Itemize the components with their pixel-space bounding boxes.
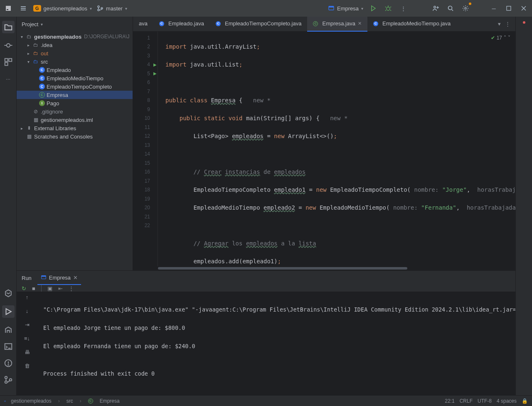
down-icon[interactable]: ↓	[26, 308, 29, 314]
readonly-icon[interactable]: 🔒	[522, 398, 528, 404]
problems-tool-icon[interactable]	[4, 359, 13, 368]
build-tool-icon[interactable]	[4, 325, 13, 334]
terminal-tool-icon[interactable]	[4, 342, 13, 351]
chevron-down-icon: ▾	[41, 22, 43, 27]
search-icon[interactable]	[446, 3, 456, 13]
close-icon[interactable]: ✕	[358, 21, 362, 26]
project-header[interactable]: Project ▾	[17, 17, 133, 32]
kebab-icon[interactable]: ⋮	[398, 3, 408, 13]
print-icon[interactable]: 🖶	[25, 349, 30, 355]
console-output[interactable]: "C:\Program Files\Java\jdk-17\bin\java.e…	[37, 292, 515, 401]
ij-logo-icon[interactable]	[3, 3, 13, 13]
kebab-icon[interactable]: ⋮	[69, 285, 74, 292]
services-tool-icon[interactable]	[4, 289, 13, 298]
tab-active[interactable]: CEmpresa.java✕	[307, 17, 367, 32]
project-tool-icon[interactable]	[2, 21, 15, 33]
gutter-run-icon[interactable]: ▶	[153, 71, 157, 76]
svg-rect-0	[6, 6, 11, 11]
trash-icon[interactable]: 🗑	[25, 363, 30, 369]
indent[interactable]: 4 spaces	[497, 398, 517, 404]
code-content[interactable]: import java.util.ArrayList; import java.…	[158, 32, 515, 266]
svg-line-20	[452, 10, 453, 11]
editor-tabs: ava CEmpleado.java CEmpleadoTiempoComple…	[133, 17, 515, 32]
tree-item[interactable]: ▾🗀src	[17, 57, 133, 66]
close-icon[interactable]	[519, 3, 529, 13]
run-tool-window: Run Empresa ✕ ↻ ■ ▣ ⇤ ⋮ ↑ ↓ ⇥	[17, 270, 515, 395]
screenshot-icon[interactable]: ▣	[47, 285, 52, 292]
tab[interactable]: CEmpleadoMedioTiempo.java	[367, 17, 456, 32]
class-icon: C	[39, 84, 45, 89]
svg-rect-30	[5, 62, 7, 65]
class-icon: C	[39, 67, 45, 73]
tab[interactable]: CEmpleado.java	[153, 17, 210, 32]
run-icon[interactable]	[368, 3, 378, 13]
code-with-me-icon[interactable]	[431, 3, 441, 13]
kebab-icon[interactable]: ⋮	[505, 21, 510, 27]
tree-root[interactable]: ▾🗀gestionempleadosD:\JORGE\ALURA\J	[17, 32, 133, 41]
editor-body[interactable]: ✔ 17 ˄ ˅ 123 4▶ 5▶ 678910111213141516171…	[133, 32, 515, 266]
breadcrumb[interactable]: ▫ gestionempleados › src › C Empresa	[4, 398, 120, 404]
debug-icon[interactable]	[383, 3, 393, 13]
project-name: gestionempleados	[44, 5, 88, 12]
run-tab[interactable]: Empresa ✕	[37, 271, 81, 285]
tab[interactable]: ava	[133, 17, 153, 32]
maximize-icon[interactable]	[504, 3, 514, 13]
tab[interactable]: CEmpleadoTiempoCompleto.java	[210, 17, 308, 32]
chevron-down-icon: ▾	[90, 6, 92, 11]
chevron-up-icon[interactable]: ˄	[504, 35, 506, 41]
class-icon: C	[39, 75, 45, 81]
svg-line-15	[390, 10, 391, 11]
exit-icon[interactable]: ⇤	[58, 285, 63, 292]
softwrap-icon[interactable]: ⇥	[25, 322, 30, 328]
tree-item[interactable]: ▸🗀out	[17, 49, 133, 57]
horizontal-scrollbar[interactable]	[133, 266, 515, 270]
right-tool-rail	[515, 17, 532, 395]
run-toolbar: ↻ ■ ▣ ⇤ ⋮	[17, 285, 515, 292]
tree-item[interactable]: CEmpleadoMedioTiempo	[17, 74, 133, 82]
minimize-icon[interactable]: ─	[489, 3, 499, 13]
class-icon: C	[373, 21, 378, 26]
svg-point-35	[5, 376, 7, 379]
more-tool-icon[interactable]: ···	[4, 74, 13, 83]
line-separator[interactable]: CRLF	[460, 398, 473, 404]
console-side-tools: ↑ ↓ ⇥ ≡↓ 🖶 🗑	[17, 292, 37, 401]
check-icon: ✔	[491, 35, 495, 41]
tree-item[interactable]: ⊘.gitignore	[17, 107, 133, 116]
main-menu-icon[interactable]	[18, 3, 28, 13]
vcs-tool-icon[interactable]	[4, 375, 13, 384]
commit-tool-icon[interactable]	[4, 41, 13, 50]
structure-tool-icon[interactable]	[4, 57, 13, 67]
tree-item[interactable]: IPago	[17, 99, 133, 107]
tree-item[interactable]: ▦gestionempleados.iml	[17, 116, 133, 124]
svg-line-12	[385, 7, 386, 7]
svg-rect-39	[42, 276, 46, 277]
tree-item[interactable]: ▸🗀.idea	[17, 41, 133, 49]
project-selector[interactable]: G gestionempleados ▾	[33, 5, 92, 12]
tree-item[interactable]: ▦Scratches and Consoles	[17, 132, 133, 141]
svg-point-25	[6, 44, 10, 47]
run-tool-icon[interactable]	[2, 305, 15, 318]
branch-name: master	[106, 5, 123, 12]
stop-icon[interactable]: ■	[32, 285, 35, 292]
tree-item[interactable]: CEmpleado	[17, 66, 133, 74]
class-icon: C	[159, 21, 164, 26]
run-config-selector[interactable]: Empresa ▾	[328, 5, 363, 12]
tree-item-selected[interactable]: CEmpresa	[17, 91, 133, 99]
tree-item[interactable]: ▸⬍External Libraries	[17, 124, 133, 132]
settings-icon[interactable]	[461, 3, 470, 13]
up-icon[interactable]: ↑	[26, 294, 29, 300]
svg-point-16	[434, 6, 436, 8]
inspection-count: 17	[497, 35, 502, 41]
encoding[interactable]: UTF-8	[478, 398, 492, 404]
gutter-run-icon[interactable]: ▶	[153, 62, 157, 67]
svg-point-5	[98, 6, 99, 7]
scroll-icon[interactable]: ≡↓	[24, 335, 30, 342]
tabs-dropdown-icon[interactable]: ▾	[498, 21, 501, 27]
chevron-down-icon[interactable]: ˅	[508, 35, 510, 41]
vcs-branch[interactable]: master ▾	[97, 5, 127, 12]
rerun-icon[interactable]: ↻	[22, 285, 26, 292]
tree-item[interactable]: CEmpleadoTiempoCompleto	[17, 82, 133, 91]
close-icon[interactable]: ✕	[73, 275, 78, 281]
caret-position[interactable]: 22:1	[445, 398, 454, 404]
inspection-widget[interactable]: ✔ 17 ˄ ˅	[491, 35, 510, 41]
